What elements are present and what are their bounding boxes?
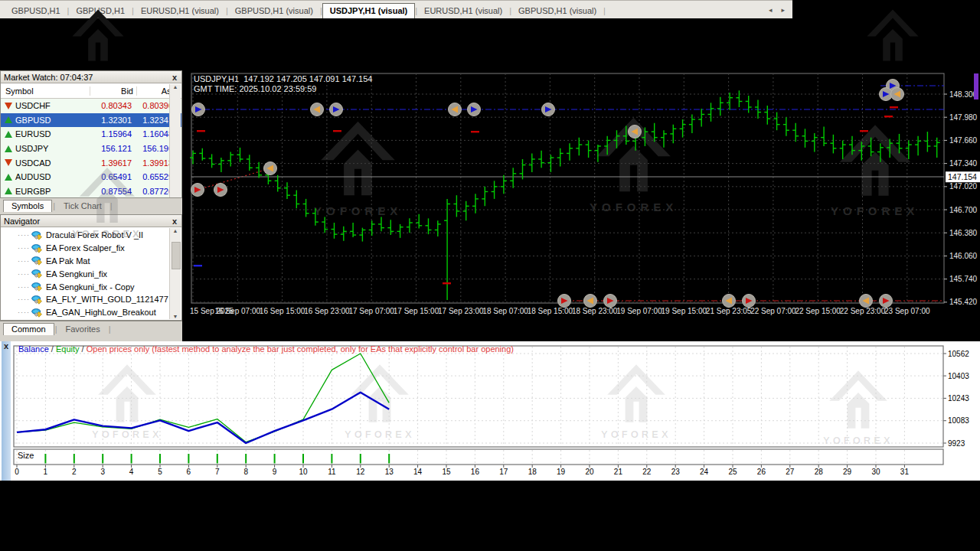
market-watch-row[interactable]: USDJPY156.121156.196 xyxy=(1,142,181,156)
bid-value: 0.80343 xyxy=(89,101,135,110)
tab-symbols[interactable]: Symbols xyxy=(3,200,52,212)
navigator-item[interactable]: ····EA_FLY_WITH_GOLD_1121477 xyxy=(1,293,181,306)
tab-scroll-left-icon[interactable]: ◂ xyxy=(769,6,773,14)
chart-tab-gbpusd-h1[interactable]: GBPUSD,H1 xyxy=(5,4,67,18)
tester-x-label: 12 xyxy=(356,468,365,476)
trade-marker-buy xyxy=(880,88,893,101)
navigator-item-label: EA Pak Mat xyxy=(46,256,90,266)
candle-bar xyxy=(472,194,479,213)
candle-bar xyxy=(341,227,347,241)
trade-marker-close xyxy=(584,295,597,308)
candle-bar xyxy=(378,217,384,231)
chart-tab-gbpusd-h1-visual-[interactable]: GBPUSD,H1 (visual) xyxy=(228,4,320,18)
trade-marker-buy xyxy=(468,103,481,116)
chart-tab-gbpusd-h1-visual-[interactable]: GBPUSD,H1 (visual) xyxy=(511,4,603,18)
price-axis-label: 146.380 xyxy=(949,229,978,237)
tester-x-label: 0 xyxy=(15,468,19,476)
expert-advisor-icon xyxy=(31,308,43,318)
navigator-tabs: Common|Favorites| xyxy=(0,321,182,335)
equity-legend-label: Equity xyxy=(56,344,80,354)
chart-window[interactable]: YOFOREX YOFOREX YOFOREX USDJPY,H1 147.19… xyxy=(188,70,980,323)
market-watch-rows: USDCHF0.803430.80396GBPUSD1.323011.32341… xyxy=(1,99,181,198)
chart-tab-eurusd-h1-visual-[interactable]: EURUSD,H1 (visual) xyxy=(134,4,226,18)
market-watch-row[interactable]: USDCAD1.396171.39913 xyxy=(1,155,181,170)
time-axis-label: 21 Sep 23:05 xyxy=(706,307,752,315)
tab-common[interactable]: Common xyxy=(3,323,54,335)
column-bid[interactable]: Bid xyxy=(90,86,137,96)
market-watch-row[interactable]: GBPUSD1.323011.32341 xyxy=(1,113,181,128)
candle-bar xyxy=(812,133,818,152)
trade-marker-close xyxy=(723,295,736,308)
tester-x-label: 6 xyxy=(187,468,191,476)
candle-bar xyxy=(426,218,432,234)
market-watch-scrollbar[interactable]: ▲▼ xyxy=(169,84,181,210)
candle-bar xyxy=(680,119,686,138)
current-price-label: 147.154 xyxy=(948,172,977,181)
column-symbol[interactable]: Symbol xyxy=(1,86,90,96)
scroll-up-icon[interactable]: ▲ xyxy=(173,84,178,90)
chart-tab-eurusd-h1-visual-[interactable]: EURUSD,H1 (visual) xyxy=(417,4,509,18)
candle-bar xyxy=(369,220,375,236)
price-chart-canvas[interactable]: 15 Sep 202516 Sep 07:0016 Sep 15:0016 Se… xyxy=(188,70,980,323)
candle-bar xyxy=(877,143,884,162)
price-axis-label: 147.020 xyxy=(949,182,978,191)
candle-bar xyxy=(717,97,724,116)
order-level-dash xyxy=(443,282,451,284)
order-level-dash xyxy=(333,130,341,132)
yoforex-logo-icon xyxy=(862,3,923,67)
candle-bar xyxy=(359,228,365,242)
close-icon[interactable]: x xyxy=(171,217,178,225)
market-watch-row[interactable]: AUDUSD0.654910.65529 xyxy=(1,170,181,184)
symbol-label: EURUSD xyxy=(15,129,51,139)
trade-marker-close xyxy=(449,103,462,116)
candle-bar xyxy=(435,220,441,236)
tester-x-label: 21 xyxy=(614,468,623,476)
navigator-item[interactable]: ····EA Sengkuni_fix - Copy xyxy=(1,280,181,293)
trade-marker-close xyxy=(264,162,277,175)
expert-advisor-icon xyxy=(31,243,43,253)
market-watch-row[interactable]: USDCHF0.803430.80396 xyxy=(1,99,181,113)
candle-bar xyxy=(764,106,770,125)
tree-connector: ···· xyxy=(18,270,30,278)
price-axis-label: 147.340 xyxy=(949,159,978,168)
scrollbar-thumb[interactable] xyxy=(172,242,181,269)
market-watch-row[interactable]: EURUSD1.159641.16048 xyxy=(1,127,181,142)
tab-scroll-arrows: ◂ ▸ xyxy=(769,6,792,18)
scroll-up-icon[interactable]: ▲ xyxy=(173,228,178,233)
tab-scroll-right-icon[interactable]: ▸ xyxy=(781,6,785,14)
tab-favorites[interactable]: Favorites xyxy=(57,324,107,335)
navigator-item[interactable]: ····EA_GAN_HighLow_Breakout xyxy=(1,306,181,319)
market-watch-row[interactable]: EURGBP0.875540.87726 xyxy=(1,184,181,198)
tester-x-label: 18 xyxy=(528,468,537,476)
candle-bar xyxy=(332,223,338,239)
symbol-label: AUDUSD xyxy=(15,172,51,181)
tester-x-label: 27 xyxy=(786,468,795,476)
bid-value: 1.32301 xyxy=(89,116,135,125)
expert-advisor-icon xyxy=(31,295,43,305)
scroll-down-icon[interactable]: ▼ xyxy=(173,314,178,319)
trade-marker-sell xyxy=(214,184,227,197)
price-axis-label: 147.980 xyxy=(949,113,978,122)
candle-bar xyxy=(407,218,413,233)
chart-tab-usdjpy-h1-visual-[interactable]: USDJPY,H1 (visual) xyxy=(322,3,415,18)
order-level-dash xyxy=(194,265,202,266)
navigator-header: Navigator x xyxy=(1,215,181,227)
navigator-item[interactable]: ····EA Sengkuni_fix xyxy=(1,267,181,280)
tab-tick-chart[interactable]: Tick Chart xyxy=(56,201,109,212)
tester-x-label: 1 xyxy=(44,468,48,476)
chart-tab-gbpusd-h1[interactable]: GBPUSD,H1 xyxy=(69,4,132,18)
candle-bar xyxy=(492,181,498,199)
tester-graph-canvas[interactable]: 0123456789101112131415161718192021222324… xyxy=(0,341,980,481)
trade-marker-sell xyxy=(743,295,756,308)
close-icon[interactable]: x xyxy=(171,73,178,81)
tree-connector: ···· xyxy=(18,231,30,239)
navigator-item[interactable]: ····EA Forex Scalper_fix xyxy=(1,242,181,255)
arrow-up-icon xyxy=(5,131,12,138)
expert-advisor-icon xyxy=(31,256,43,266)
candle-bar xyxy=(275,175,281,192)
navigator-item[interactable]: ····EA Pak Mat xyxy=(1,255,181,268)
navigator-item[interactable]: ····Dracula Forex Robot V _II xyxy=(1,229,181,242)
candle-bar xyxy=(501,175,507,194)
candle-bar xyxy=(453,195,459,217)
navigator-scrollbar[interactable]: ▲ ▼ xyxy=(169,228,181,319)
